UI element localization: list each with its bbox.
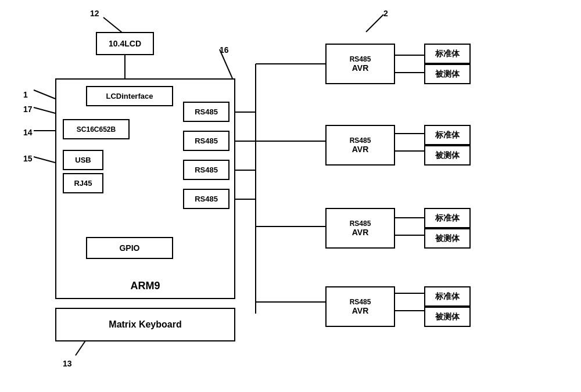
tested1-box: 被测体 — [424, 64, 471, 84]
gpio-label: GPIO — [119, 243, 139, 253]
avr3-label: AVR — [352, 228, 369, 237]
lcd-interface-label: LCDinterface — [106, 92, 153, 100]
avr1-label: AVR — [352, 63, 369, 73]
std3-label: 标准体 — [435, 213, 460, 224]
arm9-label: ARM9 — [130, 280, 160, 292]
avr3-box: RS485 AVR — [325, 208, 395, 249]
rs485-inside-4: RS485 — [183, 189, 229, 209]
avr1-box: RS485 AVR — [325, 44, 395, 84]
label-15: 15 — [23, 154, 33, 163]
usb-label: USB — [75, 156, 91, 164]
lcd-interface-box: LCDinterface — [86, 86, 173, 106]
rs485-inside-1: RS485 — [183, 102, 229, 122]
sc16c652b-box: SC16C652B — [63, 119, 130, 139]
label-2: 2 — [383, 9, 388, 18]
tested3-label: 被测体 — [435, 233, 460, 244]
svg-line-24 — [34, 107, 55, 113]
avr4-rs485-label: RS485 — [350, 298, 371, 306]
gpio-box: GPIO — [86, 237, 173, 259]
std4-label: 标准体 — [435, 292, 460, 302]
avr1-rs485-label: RS485 — [350, 55, 371, 63]
std3-box: 标准体 — [424, 208, 471, 228]
tested4-box: 被测体 — [424, 307, 471, 327]
svg-line-29 — [366, 15, 383, 32]
label-1: 1 — [23, 90, 28, 99]
avr4-label: AVR — [352, 306, 369, 315]
label-16: 16 — [220, 45, 229, 55]
label-17: 17 — [23, 105, 33, 114]
avr2-box: RS485 AVR — [325, 125, 395, 166]
std2-box: 标准体 — [424, 125, 471, 145]
std4-box: 标准体 — [424, 286, 471, 307]
rs485-inside-2-label: RS485 — [195, 136, 218, 145]
svg-line-26 — [34, 157, 55, 163]
tested3-box: 被测体 — [424, 228, 471, 249]
tested1-label: 被测体 — [435, 69, 460, 80]
avr2-label: AVR — [352, 145, 369, 154]
rs485-inside-3-label: RS485 — [195, 166, 218, 174]
std1-box: 标准体 — [424, 44, 471, 64]
matrix-keyboard-label: Matrix Keyboard — [109, 319, 181, 330]
system-diagram: 12 2 1 17 14 15 16 13 10.4LCD ARM9 LCDin… — [0, 0, 581, 392]
rs485-inside-2: RS485 — [183, 131, 229, 151]
svg-line-23 — [34, 90, 55, 99]
rj45-label: RJ45 — [74, 179, 92, 188]
label-14: 14 — [23, 128, 33, 137]
tested2-box: 被测体 — [424, 145, 471, 166]
label-13: 13 — [63, 359, 72, 368]
std2-label: 标准体 — [435, 130, 460, 141]
rs485-inside-4-label: RS485 — [195, 195, 218, 203]
tested2-label: 被测体 — [435, 150, 460, 161]
matrix-keyboard-box: Matrix Keyboard — [55, 308, 235, 341]
avr4-box: RS485 AVR — [325, 286, 395, 327]
rj45-box: RJ45 — [63, 173, 103, 193]
sc16c652b-label: SC16C652B — [77, 125, 116, 134]
std1-label: 标准体 — [435, 49, 460, 59]
lcd-box: 10.4LCD — [96, 32, 154, 55]
lcd-label: 10.4LCD — [109, 39, 141, 48]
rs485-inside-1-label: RS485 — [195, 107, 218, 116]
rs485-inside-3: RS485 — [183, 160, 229, 180]
tested4-label: 被测体 — [435, 312, 460, 322]
avr3-rs485-label: RS485 — [350, 220, 371, 228]
usb-box: USB — [63, 150, 103, 170]
avr2-rs485-label: RS485 — [350, 136, 371, 145]
label-12: 12 — [90, 9, 99, 18]
